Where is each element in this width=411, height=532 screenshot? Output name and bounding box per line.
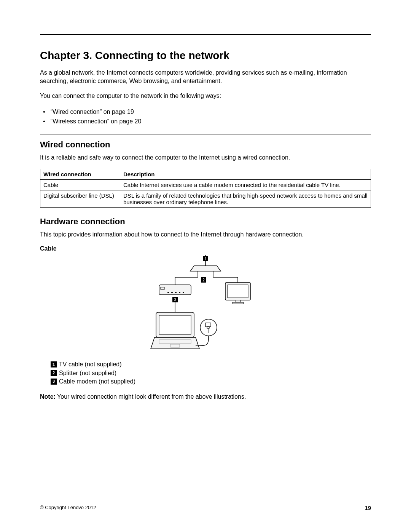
svg-point-15: [175, 292, 177, 293]
intro-paragraph-2: You can connect the computer to the netw…: [40, 92, 371, 100]
hardware-heading: Hardware connection: [40, 217, 371, 227]
legend-num-icon: 1: [51, 361, 57, 367]
wired-heading: Wired connection: [40, 140, 371, 150]
table-cell: DSL is a family of related technologies …: [120, 190, 371, 207]
hardware-intro: This topic provides information about ho…: [40, 230, 371, 239]
page-footer: © Copyright Lenovo 2012 19: [40, 505, 371, 511]
svg-point-17: [183, 292, 184, 293]
table-header: Description: [120, 169, 371, 179]
table-header: Wired connection: [40, 169, 120, 179]
legend-text: TV cable (not supplied): [59, 360, 122, 369]
wired-intro: It is a reliable and safe way to connect…: [40, 153, 371, 162]
svg-point-29: [200, 319, 217, 336]
svg-rect-11: [159, 285, 191, 295]
diagram-legend: 1 TV cable (not supplied) 2 Splitter (no…: [40, 360, 371, 386]
svg-point-16: [179, 292, 180, 293]
svg-point-13: [167, 292, 169, 293]
table-cell: Cable Internet services use a cable mode…: [120, 179, 371, 190]
intro-paragraph-1: As a global network, the Internet connec…: [40, 69, 371, 85]
cable-subheading: Cable: [40, 245, 371, 252]
svg-rect-23: [235, 300, 241, 302]
legend-item: 3 Cable modem (not supplied): [51, 377, 371, 386]
note-paragraph: Note: Your wired connection might look d…: [40, 393, 371, 401]
svg-rect-24: [232, 302, 244, 304]
legend-num-icon: 3: [51, 379, 57, 385]
chapter-title: Chapter 3. Connecting to the network: [40, 50, 371, 62]
svg-text:2: 2: [202, 278, 205, 282]
svg-text:1: 1: [204, 257, 207, 261]
legend-text: Splitter (not supplied): [59, 369, 116, 377]
svg-text:3: 3: [174, 298, 176, 302]
legend-item: 2 Splitter (not supplied): [51, 369, 371, 377]
copyright-text: © Copyright Lenovo 2012: [40, 505, 96, 511]
table-row: Cable Cable Internet services use a cabl…: [40, 179, 371, 190]
bullet-item: “Wired connection” on page 19: [40, 107, 371, 117]
section-rule: [40, 134, 371, 134]
page-number: 19: [365, 505, 371, 511]
diagram-svg: 1 2 3: [141, 255, 270, 354]
svg-point-14: [171, 292, 173, 293]
cable-diagram: 1 2 3: [40, 255, 371, 356]
legend-text: Cable modem (not supplied): [59, 377, 135, 386]
wired-table: Wired connection Description Cable Cable…: [40, 169, 371, 208]
svg-rect-26: [159, 315, 191, 334]
top-rule: [40, 34, 371, 35]
table-cell: Digital subscriber line (DSL): [40, 190, 120, 207]
note-text: Your wired connection might look differe…: [56, 393, 246, 400]
note-label: Note:: [40, 393, 56, 400]
table-header-row: Wired connection Description: [40, 169, 371, 179]
laptop-icon: [151, 312, 199, 349]
legend-num-icon: 2: [51, 370, 57, 376]
bullet-item: “Wireless connection” on page 20: [40, 117, 371, 126]
table-cell: Cable: [40, 179, 120, 190]
intro-bullet-list: “Wired connection” on page 19 “Wireless …: [40, 107, 371, 126]
legend-item: 1 TV cable (not supplied): [51, 360, 371, 369]
svg-rect-22: [228, 285, 248, 298]
table-row: Digital subscriber line (DSL) DSL is a f…: [40, 190, 371, 207]
